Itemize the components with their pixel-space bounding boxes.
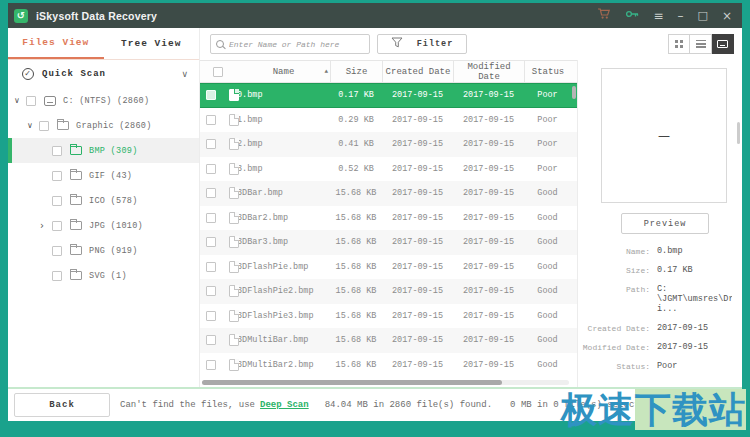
detail-label: Created Date: bbox=[578, 323, 650, 333]
row-checkbox[interactable] bbox=[206, 237, 216, 247]
check-circle-icon: ✓ bbox=[22, 68, 34, 80]
cell-name: 0.bmp bbox=[237, 90, 330, 100]
tree-checkbox[interactable] bbox=[52, 196, 62, 206]
expander-icon[interactable] bbox=[27, 121, 39, 130]
tree-checkbox[interactable] bbox=[39, 121, 49, 131]
tree-item[interactable]: C: (NTFS) (2860) bbox=[8, 88, 199, 113]
table-row[interactable]: 2.bmp 0.41 KB 2017-09-15 2017-09-15 Poor bbox=[200, 132, 577, 157]
table-row[interactable]: 3DMultiBar.bmp 15.68 KB 2017-09-15 2017-… bbox=[200, 328, 577, 353]
cell-name: 1.bmp bbox=[237, 115, 330, 125]
back-button[interactable]: Back bbox=[14, 393, 110, 417]
expander-icon[interactable] bbox=[40, 220, 52, 231]
cell-modified-date: 2017-09-15 bbox=[453, 286, 524, 296]
table-row[interactable]: 3DFlashPie.bmp 15.68 KB 2017-09-15 2017-… bbox=[200, 255, 577, 280]
cell-status: Poor bbox=[524, 164, 571, 174]
tree-item[interactable]: SVG (1) bbox=[8, 263, 199, 288]
row-checkbox[interactable] bbox=[206, 188, 216, 198]
file-icon bbox=[229, 359, 239, 371]
preview-view-button[interactable] bbox=[712, 34, 734, 54]
tree-checkbox[interactable] bbox=[26, 96, 36, 106]
table-row[interactable]: 3DMultiBar2.bmp 15.68 KB 2017-09-15 2017… bbox=[200, 353, 577, 378]
table-row[interactable]: 3DFlashPie3.bmp 15.68 KB 2017-09-15 2017… bbox=[200, 304, 577, 329]
detail-row: Created Date: 2017-09-15 bbox=[578, 323, 732, 333]
chevron-down-icon[interactable]: ∨ bbox=[181, 69, 189, 79]
table-row[interactable]: 0.bmp 0.17 KB 2017-09-15 2017-09-15 Poor bbox=[200, 83, 577, 108]
preview-view-icon bbox=[717, 40, 728, 48]
cell-size: 15.68 KB bbox=[330, 262, 382, 272]
column-header-size[interactable]: Size bbox=[330, 61, 382, 82]
tree-checkbox[interactable] bbox=[52, 246, 62, 256]
vertical-scrollbar[interactable] bbox=[572, 86, 576, 99]
file-icon bbox=[229, 187, 239, 199]
cell-name: 3DBar3.bmp bbox=[237, 237, 330, 247]
toolbar: Filter bbox=[200, 28, 742, 60]
detail-value: 2017-09-15 bbox=[657, 342, 708, 352]
sidebar-tabs: Files View Tree View bbox=[8, 28, 199, 60]
table-row[interactable]: 1.bmp 0.29 KB 2017-09-15 2017-09-15 Poor bbox=[200, 108, 577, 133]
cell-modified-date: 2017-09-15 bbox=[453, 360, 524, 370]
close-button[interactable]: × bbox=[722, 9, 732, 23]
search-box[interactable] bbox=[210, 34, 370, 54]
column-header-name[interactable]: Name ▲ bbox=[237, 61, 330, 82]
tree-checkbox[interactable] bbox=[52, 221, 62, 231]
row-checkbox[interactable] bbox=[206, 360, 216, 370]
row-checkbox[interactable] bbox=[206, 213, 216, 223]
horizontal-scrollbar-thumb[interactable] bbox=[202, 380, 502, 385]
tree-item-label: Graphic (2860) bbox=[76, 121, 152, 131]
list-view-button[interactable] bbox=[690, 34, 712, 54]
cell-name: 3DFlashPie2.bmp bbox=[237, 286, 330, 296]
table-row[interactable]: 3DBar2.bmp 15.68 KB 2017-09-15 2017-09-1… bbox=[200, 206, 577, 231]
file-icon bbox=[229, 310, 239, 322]
table-row[interactable]: 3.bmp 0.52 KB 2017-09-15 2017-09-15 Poor bbox=[200, 157, 577, 182]
row-checkbox[interactable] bbox=[206, 311, 216, 321]
tree-item[interactable]: Graphic (2860) bbox=[8, 113, 199, 138]
column-header-status[interactable]: Status bbox=[524, 61, 571, 82]
tree-item[interactable]: JPG (1010) bbox=[8, 213, 199, 238]
cart-icon[interactable] bbox=[597, 7, 611, 25]
preview-button[interactable]: Preview bbox=[621, 213, 709, 234]
filter-button[interactable]: Filter bbox=[377, 34, 467, 54]
column-header-modified[interactable]: Modified Date bbox=[453, 61, 524, 82]
sort-asc-icon[interactable]: ▲ bbox=[324, 68, 328, 75]
path-scrollbar[interactable] bbox=[737, 122, 740, 144]
menu-icon[interactable]: ≡ bbox=[653, 9, 663, 23]
minimize-button[interactable]: – bbox=[678, 9, 684, 23]
row-checkbox[interactable] bbox=[206, 164, 216, 174]
row-checkbox[interactable] bbox=[206, 335, 216, 345]
tree-item[interactable]: BMP (309) bbox=[8, 138, 199, 163]
table-row[interactable]: 3DBar.bmp 15.68 KB 2017-09-15 2017-09-15… bbox=[200, 181, 577, 206]
grid-view-button[interactable] bbox=[668, 34, 690, 54]
maximize-button[interactable]: □ bbox=[698, 9, 708, 22]
tab-files-view[interactable]: Files View bbox=[8, 28, 104, 59]
row-checkbox[interactable] bbox=[206, 262, 216, 272]
tree-checkbox[interactable] bbox=[52, 171, 62, 181]
register-key-icon[interactable] bbox=[625, 7, 639, 25]
tree-checkbox[interactable] bbox=[52, 146, 62, 156]
detail-value: 0.17 KB bbox=[657, 265, 693, 275]
row-checkbox[interactable] bbox=[206, 286, 216, 296]
cell-name: 3DBar2.bmp bbox=[237, 213, 330, 223]
search-input[interactable] bbox=[229, 40, 364, 49]
column-header-created[interactable]: Created Date bbox=[382, 61, 453, 82]
cell-modified-date: 2017-09-15 bbox=[453, 213, 524, 223]
row-checkbox[interactable] bbox=[206, 90, 216, 100]
expander-icon[interactable] bbox=[14, 96, 26, 105]
folder-icon bbox=[70, 196, 82, 205]
tree-item[interactable]: PNG (919) bbox=[8, 238, 199, 263]
table-row[interactable]: 3DFlashPie2.bmp 15.68 KB 2017-09-15 2017… bbox=[200, 279, 577, 304]
tree-item[interactable]: ICO (578) bbox=[8, 188, 199, 213]
table-row[interactable]: 3DBar3.bmp 15.68 KB 2017-09-15 2017-09-1… bbox=[200, 230, 577, 255]
tab-tree-view[interactable]: Tree View bbox=[104, 28, 200, 59]
cell-created-date: 2017-09-15 bbox=[382, 286, 453, 296]
horizontal-scrollbar[interactable] bbox=[202, 380, 569, 385]
tree-checkbox[interactable] bbox=[52, 271, 62, 281]
row-checkbox[interactable] bbox=[206, 139, 216, 149]
cell-modified-date: 2017-09-15 bbox=[453, 335, 524, 345]
filter-label: Filter bbox=[417, 39, 454, 49]
select-all-checkbox[interactable] bbox=[213, 67, 223, 77]
tree-item[interactable]: GIF (43) bbox=[8, 163, 199, 188]
row-checkbox[interactable] bbox=[206, 115, 216, 125]
quick-scan-header[interactable]: ✓ Quick Scan ∨ bbox=[8, 60, 199, 88]
cell-status: Good bbox=[524, 262, 571, 272]
deep-scan-link[interactable]: Deep Scan bbox=[260, 400, 309, 410]
